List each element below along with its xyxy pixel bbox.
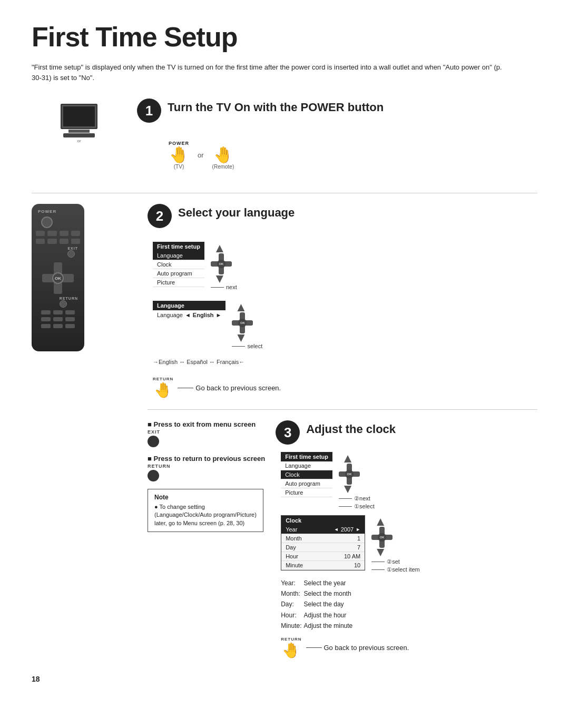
step2-ok-dpad: OK	[211, 253, 232, 274]
exit-label-area: EXIT	[67, 247, 78, 258]
ann-line-3	[339, 498, 352, 499]
step3-menu-area: First time setup Language Clock Auto pro…	[281, 452, 420, 510]
step2-3-area: POWER EXIT OK	[32, 204, 537, 659]
clock-month-row: Month 1	[281, 534, 365, 543]
tv-label: (TV)	[174, 164, 184, 170]
ann-line-1	[211, 287, 224, 288]
clock-day-row: Day 7	[281, 543, 365, 552]
clock-ok-center: OK	[378, 533, 386, 542]
exit-label-text: EXIT	[148, 429, 265, 435]
step3-number: 3	[276, 420, 300, 445]
big-remote-btn-row-3	[36, 310, 80, 314]
return-label-area: RETURN	[60, 297, 78, 308]
right-steps-column: 2 Select your language First time setup …	[148, 204, 537, 659]
clock-minute-row: Minute 10	[281, 561, 365, 570]
power-hand-icon: 🤚	[169, 147, 189, 163]
or-text-power: or	[198, 151, 204, 159]
clock-area: Clock Year ◄ 2007 ► Month 1	[281, 515, 420, 573]
step3-go-back-line	[306, 647, 322, 648]
step1-title: Turn the TV On with the POWER button	[168, 101, 384, 114]
ann-line-6	[371, 569, 385, 570]
big-remote-btn-row-4	[36, 317, 80, 321]
clock-day-label: Day	[286, 544, 296, 550]
step3-menu-clock: Clock	[281, 470, 332, 479]
power-remote-section: 🤚 (Remote)	[212, 147, 234, 170]
desc-year-row: Year: Select the year	[281, 578, 355, 589]
intro-text: "First time setup" is displayed only whe…	[32, 62, 506, 83]
clock-set-ann: ②set	[371, 558, 400, 565]
big-remote: POWER EXIT OK	[32, 204, 84, 351]
step2-number: 2	[148, 204, 172, 228]
step3-select-label: ①select	[354, 503, 375, 510]
step1-row: or 1 Turn the TV On with the POWER butto…	[32, 99, 537, 177]
big-remote-btn-2	[47, 231, 56, 236]
step3-left-info: ■ Press to exit from menu screen EXIT ■ …	[148, 420, 265, 532]
year-value: 2007	[341, 526, 354, 533]
year-left-arrow: ◄	[334, 527, 339, 532]
clock-ok-dpad: OK	[371, 527, 393, 548]
press-exit-box: ■ Press to exit from menu screen EXIT	[148, 420, 265, 447]
select-label: select	[247, 343, 262, 349]
big-remote-btn-row-2	[36, 239, 80, 244]
big-remote-btn-5	[36, 239, 45, 244]
big-remote-btn-9	[41, 310, 51, 314]
big-remote-btn-17	[65, 324, 75, 328]
step2-lang-area: Language Language ◄ English ► OK	[153, 301, 537, 349]
exit-small-label: EXIT	[67, 247, 78, 250]
step2-menu-item-language: Language	[153, 251, 204, 260]
power-label: POWER	[169, 141, 189, 146]
left-remote-column: POWER EXIT OK	[32, 204, 137, 351]
exit-button-icon	[148, 436, 159, 447]
clock-hour-row: Hour 10 AM	[281, 552, 365, 561]
big-remote-btn-15	[41, 324, 51, 328]
big-remote-btn-1	[36, 231, 45, 236]
or-label-step1: or	[77, 139, 81, 143]
return-btn-area: RETURN 🤚	[153, 377, 173, 399]
clock-up-arrow	[377, 518, 384, 526]
remote-label: (Remote)	[212, 164, 234, 170]
remote-hand-icon: 🤚	[213, 147, 233, 163]
note-body: To change setting (Language/Clock/Auto p…	[154, 504, 257, 526]
lang-row-label: Language	[157, 312, 183, 318]
ann-line-2	[232, 346, 245, 347]
power-tv-section: POWER 🤚 (TV)	[169, 141, 189, 170]
clock-table: Clock Year ◄ 2007 ► Month 1	[281, 515, 365, 570]
next-annotation: next	[211, 284, 237, 290]
big-remote-btn-14	[65, 317, 75, 321]
step3-menu-box: First time setup Language Clock Auto pro…	[281, 452, 332, 497]
select-annotation: select	[232, 343, 262, 349]
select-ok-center: OK	[238, 319, 247, 327]
big-remote-btn-3	[60, 231, 68, 236]
big-remote-btn-12	[41, 317, 51, 321]
big-remote-dpad: OK	[42, 262, 74, 294]
big-remote-btn-6	[47, 239, 56, 244]
step3-go-back-area: Go back to previous screen.	[306, 644, 409, 652]
big-remote-power-label: POWER	[38, 209, 56, 214]
step1-content: 1 Turn the TV On with the POWER button P…	[137, 99, 384, 170]
clock-select-item-label: ①select item	[387, 566, 420, 573]
desc-day-text: Select the day	[304, 599, 355, 610]
desc-minute-row: Minute: Adjust the minute	[281, 621, 355, 632]
big-remote-btn-16	[53, 324, 63, 328]
go-back-label: Go back to previous screen.	[195, 384, 281, 392]
step3-down-arrow	[344, 486, 351, 493]
desc-hour-label: Hour:	[281, 611, 303, 621]
step1-left: or	[32, 99, 126, 143]
step3-ok-dpad: OK	[339, 464, 360, 485]
step2-title: Select your language	[178, 206, 295, 220]
return-label-step3: RETURN	[148, 464, 265, 469]
clock-minute-value: 10	[354, 562, 360, 568]
ann-line-4	[339, 506, 352, 507]
big-remote-btn-7	[60, 239, 68, 244]
next-label: next	[226, 284, 237, 290]
step3-return-btn-area: RETURN 🤚	[281, 637, 301, 659]
clock-descriptions: Year: Select the year Month: Select the …	[281, 578, 420, 632]
lang-right-arrow: ►	[216, 312, 222, 318]
descriptions-table: Year: Select the year Month: Select the …	[281, 578, 355, 632]
press-return-title: ■ Press to return to previous screen	[148, 455, 265, 463]
step1-power-area: POWER 🤚 (TV) or 🤚 (Remote)	[169, 141, 234, 170]
exit-btn-small	[67, 250, 75, 258]
desc-month-text: Select the month	[304, 589, 355, 599]
desc-month-row: Month: Select the month	[281, 589, 355, 599]
step3-full-area: ■ Press to exit from menu screen EXIT ■ …	[148, 420, 537, 659]
